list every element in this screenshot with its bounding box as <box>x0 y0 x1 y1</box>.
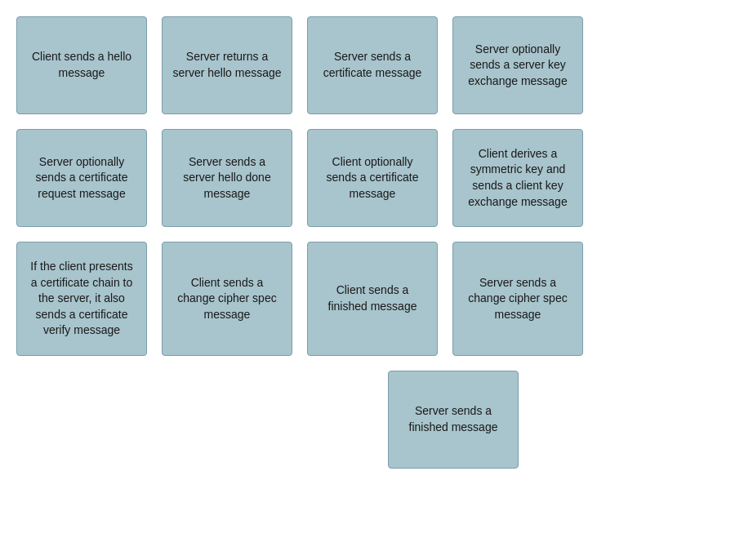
card-server-hello-done: Server sends a server hello done message <box>162 129 292 227</box>
card-server-cert: Server sends a certificate message <box>307 16 438 114</box>
card-client-finished: Client sends a finished message <box>307 242 438 356</box>
card-server-cert-request: Server optionally sends a certificate re… <box>16 129 147 227</box>
card-client-key-exchange: Client derives a symmetric key and sends… <box>452 129 583 227</box>
row-3: If the client presents a certificate cha… <box>16 242 719 356</box>
card-server-hello: Server returns a server hello message <box>162 16 292 114</box>
card-server-key-exchange: Server optionally sends a server key exc… <box>452 16 583 114</box>
diagram-container: Client sends a hello message Server retu… <box>16 16 719 483</box>
card-client-hello: Client sends a hello message <box>16 16 147 114</box>
card-cert-verify: If the client presents a certificate cha… <box>16 242 147 356</box>
card-client-cipher-spec: Client sends a change cipher spec messag… <box>162 242 292 356</box>
card-server-cipher-spec: Server sends a change cipher spec messag… <box>452 242 583 356</box>
card-client-cert: Client optionally sends a certificate me… <box>307 129 438 227</box>
card-server-finished: Server sends a finished message <box>388 371 519 469</box>
row-2: Server optionally sends a certificate re… <box>16 129 719 227</box>
row-4: Server sends a finished message <box>188 371 719 469</box>
row-1: Client sends a hello message Server retu… <box>16 16 719 114</box>
